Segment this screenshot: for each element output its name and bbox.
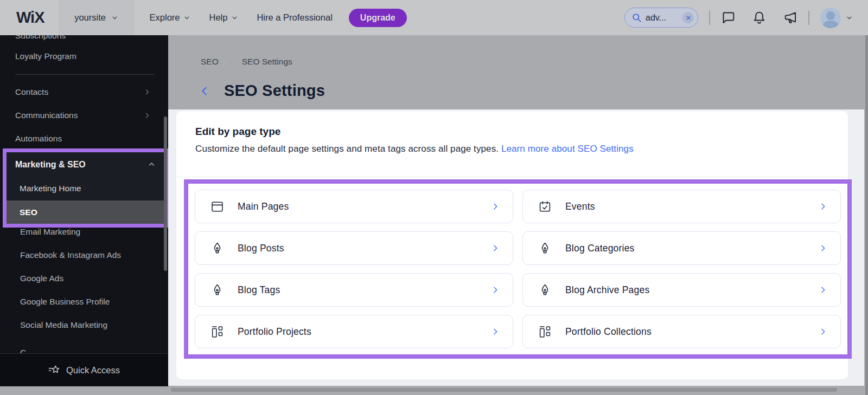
sidebar-item-contacts[interactable]: Contacts [15, 86, 157, 99]
breadcrumb-seo-settings[interactable]: SEO Settings [242, 57, 292, 67]
megaphone-icon [783, 10, 797, 25]
chevron-right-icon [491, 327, 500, 336]
bell-icon [752, 10, 767, 25]
chevron-down-icon [846, 14, 853, 21]
close-icon [686, 15, 691, 21]
sidebar-item-email-marketing[interactable]: Email Marketing [20, 225, 80, 238]
pen-nib-icon [538, 283, 552, 297]
panel-description: Customize the default page settings and … [195, 144, 634, 154]
pen-nib-icon [538, 242, 552, 255]
nav-hire-a-professional[interactable]: Hire a Professional [257, 12, 332, 23]
tile-blog-categories[interactable]: Blog Categories [522, 231, 841, 265]
chat-icon [721, 10, 736, 25]
topbar-icon-buttons [721, 10, 797, 25]
search-input[interactable]: adv... [624, 8, 698, 28]
chevron-right-icon [227, 59, 234, 66]
star-sparkle-icon [48, 364, 60, 376]
sidebar: Subscriptions Loyalty Program Contacts C… [0, 35, 168, 386]
chevron-down-icon [231, 14, 238, 21]
avatar-head [826, 11, 835, 20]
back-button[interactable] [199, 85, 210, 97]
page-type-tiles: Main Pages Events [188, 184, 847, 354]
panel-heading: Edit by page type [195, 126, 280, 138]
title-row: SEO Settings [199, 82, 325, 100]
tile-portfolio-collections[interactable]: Portfolio Collections [522, 315, 841, 348]
sidebar-item-social-media-marketing[interactable]: Social Media Marketing [20, 319, 107, 332]
site-switcher[interactable]: yoursite [59, 0, 135, 35]
breadcrumb: SEO SEO Settings [201, 57, 292, 67]
sidebar-item-marketing-seo[interactable]: Marketing & SEO [7, 152, 164, 177]
vertical-scrollbar[interactable] [865, 35, 868, 395]
account-menu[interactable] [820, 8, 853, 28]
chat-button[interactable] [721, 10, 736, 25]
chevron-right-icon [491, 244, 500, 252]
main-content: SEO SEO Settings SEO Settings Edit by pa… [168, 35, 868, 395]
nav-explore[interactable]: Explore [150, 12, 191, 23]
page-title: SEO Settings [224, 82, 325, 100]
sidebar-divider [15, 74, 155, 75]
tile-portfolio-projects[interactable]: Portfolio Projects [195, 315, 513, 348]
tile-blog-tags[interactable]: Blog Tags [195, 273, 513, 307]
avatar [820, 8, 841, 28]
calendar-check-icon [538, 200, 552, 213]
clear-search-button[interactable] [682, 12, 694, 23]
quick-access-button[interactable]: Quick Access [0, 353, 168, 386]
chevron-right-icon [143, 112, 151, 119]
topbar-divider [808, 11, 809, 25]
chevron-up-icon [148, 160, 156, 169]
marketing-seo-highlight-box: Marketing & SEO Marketing Home SEO [3, 148, 168, 228]
horizontal-scrollbar[interactable] [171, 388, 837, 392]
masonry-grid-icon [538, 325, 552, 339]
sidebar-item-loyalty-program[interactable]: Loyalty Program [15, 50, 157, 63]
window-icon [210, 200, 224, 213]
wix-logo[interactable]: WiX [0, 9, 44, 27]
sidebar-item-marketing-home[interactable]: Marketing Home [7, 177, 164, 200]
sidebar-item-subscriptions[interactable]: Subscriptions [15, 35, 157, 42]
nav-help[interactable]: Help [209, 12, 238, 23]
chevron-right-icon [819, 327, 827, 336]
chevron-down-icon [183, 14, 190, 21]
back-chevron-icon [199, 85, 210, 97]
pen-nib-icon [210, 242, 224, 255]
sidebar-scrollbar[interactable] [164, 116, 167, 271]
sidebar-item-google-ads[interactable]: Google Ads [20, 272, 63, 285]
sidebar-item-automations[interactable]: Automations [15, 132, 157, 145]
notifications-button[interactable] [752, 10, 767, 25]
sidebar-item-google-business-profile[interactable]: Google Business Profile [20, 295, 110, 308]
masonry-grid-icon [210, 325, 224, 339]
pen-nib-icon [210, 283, 224, 297]
chevron-right-icon [819, 202, 827, 211]
site-name: yoursite [74, 12, 106, 23]
tile-blog-archive-pages[interactable]: Blog Archive Pages [522, 273, 841, 307]
chevron-down-icon [111, 14, 118, 21]
breadcrumb-seo[interactable]: SEO [201, 57, 219, 67]
chevron-right-icon [491, 286, 500, 294]
search-value: adv... [646, 13, 679, 23]
chevron-right-icon [491, 202, 500, 211]
top-bar: WiX yoursite Explore Help Hire a Profess… [0, 0, 868, 35]
top-nav: Explore Help Hire a Professional [150, 12, 333, 23]
learn-more-link[interactable]: Learn more about SEO Settings [501, 144, 634, 154]
sidebar-item-communications[interactable]: Communications [15, 109, 157, 122]
wix-dashboard: WiX yoursite Explore Help Hire a Profess… [0, 0, 868, 395]
tile-blog-posts[interactable]: Blog Posts [195, 231, 513, 265]
chevron-right-icon [819, 244, 827, 252]
page-types-highlight-box: Main Pages Events [184, 179, 852, 359]
sidebar-item-facebook-instagram-ads[interactable]: Facebook & Instagram Ads [20, 249, 121, 262]
chevron-right-icon [143, 88, 151, 96]
avatar-body [822, 21, 839, 28]
seo-settings-panel: Edit by page type Customize the default … [176, 111, 848, 379]
panel-divider [176, 177, 848, 177]
tile-events[interactable]: Events [522, 190, 841, 223]
announcements-button[interactable] [783, 10, 797, 25]
chevron-right-icon [819, 286, 827, 294]
upgrade-button[interactable]: Upgrade [349, 9, 407, 27]
topbar-divider [709, 11, 710, 25]
tile-main-pages[interactable]: Main Pages [195, 190, 513, 223]
search-icon [631, 12, 642, 23]
sidebar-item-seo[interactable]: SEO [7, 200, 164, 224]
